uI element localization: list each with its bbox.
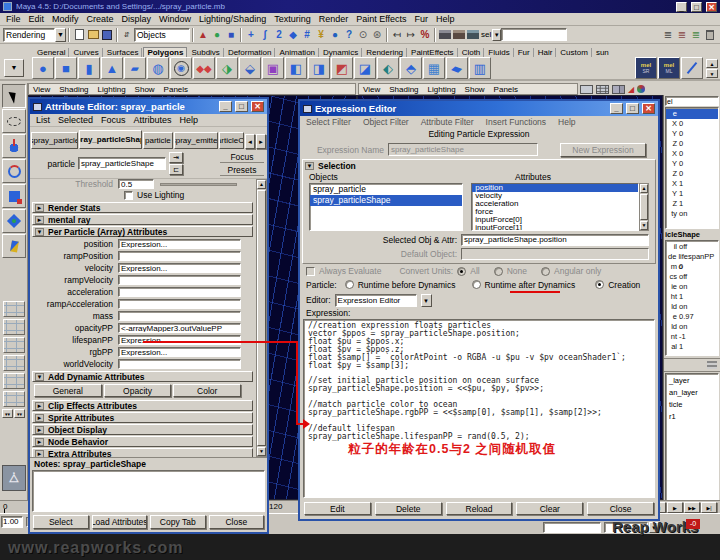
layer-item[interactable]: an_layer bbox=[666, 387, 718, 399]
attr-field-opacityPP[interactable]: <-arrayMapper3.outValuePP bbox=[118, 323, 241, 333]
edit-button[interactable]: Edit bbox=[304, 502, 371, 515]
shelf-item-bevel[interactable]: ⬙ bbox=[239, 57, 261, 79]
shelf-tab[interactable]: Hair bbox=[535, 48, 557, 57]
attr-field-lifespanPP[interactable]: Expression... bbox=[118, 335, 241, 345]
layout-shortcut-persp-relationship[interactable] bbox=[3, 391, 25, 407]
section-add-dynamic-attributes[interactable]: ▼Add Dynamic Attributes bbox=[32, 371, 253, 382]
attributes-list[interactable]: position velocity acceleration force inp… bbox=[471, 183, 639, 231]
attr-field-position[interactable]: Expression... bbox=[118, 239, 241, 249]
section-node-behavior[interactable]: ►Node Behavior bbox=[32, 436, 253, 447]
main-titlebar[interactable]: Maya 4.5: D:/Documents and Settings/.../… bbox=[0, 0, 720, 13]
load-attributes-button[interactable]: Load Attributes bbox=[92, 515, 148, 529]
new-expression-button[interactable]: New Expression bbox=[560, 143, 646, 157]
attribute-item[interactable]: acceleration bbox=[472, 200, 638, 208]
maximize-icon[interactable]: □ bbox=[691, 2, 702, 12]
convert-all-radio[interactable] bbox=[457, 267, 466, 276]
layout-shortcut-hypershade[interactable] bbox=[3, 373, 25, 389]
section-per-particle-attributes[interactable]: ▼Per Particle (Array) Attributes bbox=[32, 226, 253, 237]
shelf-item-cylinder[interactable]: ▮ bbox=[78, 57, 100, 79]
focus-button[interactable]: Focus bbox=[220, 151, 264, 163]
snap-grid-icon[interactable]: + bbox=[244, 27, 258, 42]
panel-menu-panels[interactable]: Panels bbox=[494, 85, 518, 94]
copy-tab-button[interactable]: Copy Tab bbox=[150, 515, 206, 529]
selection-mask-dropdown[interactable]: Objects bbox=[134, 28, 190, 42]
shelf-item-wedge[interactable]: ⬖ bbox=[377, 57, 399, 79]
menu-create[interactable]: Create bbox=[87, 14, 114, 24]
scroll-up-icon[interactable]: ▲ bbox=[257, 180, 266, 189]
shelf-scroll-up-icon[interactable]: ▲ bbox=[706, 59, 718, 68]
threshold-slider[interactable] bbox=[160, 183, 237, 186]
section-mental-ray[interactable]: ►mental ray bbox=[32, 214, 253, 225]
panel-menu-lighting[interactable]: Lighting bbox=[98, 85, 126, 94]
layout-prev-icon[interactable]: ▾▾ bbox=[2, 409, 13, 418]
shelf-item-mel-script-2[interactable]: melML bbox=[658, 57, 680, 79]
tab-particleCloud[interactable]: particleClo bbox=[219, 132, 245, 149]
menu-attribute-filter[interactable]: Attribute Filter bbox=[421, 117, 474, 127]
object-item[interactable]: spray_particle bbox=[310, 184, 462, 195]
convert-angular-radio[interactable] bbox=[541, 267, 550, 276]
open-scene-icon[interactable] bbox=[86, 27, 100, 42]
expression-textarea[interactable]: //creation expression floats particles v… bbox=[303, 319, 655, 498]
menu-lighting-shading[interactable]: Lighting/Shading bbox=[199, 14, 266, 24]
channel-row[interactable]: e0.97 bbox=[666, 312, 718, 322]
scrollbar-thumb[interactable] bbox=[640, 194, 648, 220]
clear-button[interactable]: Clear bbox=[516, 502, 583, 515]
menu-object-filter[interactable]: Object Filter bbox=[363, 117, 409, 127]
tab-scroll-right-icon[interactable]: ► bbox=[256, 134, 266, 149]
show-manipulator-tool[interactable] bbox=[2, 234, 26, 258]
close-icon[interactable]: ✕ bbox=[706, 2, 717, 12]
menu-fur[interactable]: Fur bbox=[415, 14, 429, 24]
section-render-stats[interactable]: ►Render Stats bbox=[32, 202, 253, 213]
shelf-item-split[interactable]: ◧ bbox=[285, 57, 307, 79]
shelf-tab[interactable]: Curves bbox=[70, 48, 102, 57]
trash-icon[interactable] bbox=[703, 27, 717, 42]
attr-field-mass[interactable] bbox=[118, 311, 241, 321]
move-tool[interactable] bbox=[2, 134, 26, 158]
channel-row[interactable]: Y0 bbox=[666, 159, 718, 169]
section-object-display[interactable]: ►Object Display bbox=[32, 424, 253, 435]
input-connections-icon[interactable]: ↤ bbox=[390, 27, 404, 42]
menu-attributes[interactable]: Attributes bbox=[134, 115, 172, 125]
editor-dropdown[interactable]: Expression Editor bbox=[335, 294, 417, 307]
quick-select-input[interactable] bbox=[501, 28, 567, 41]
minimize-icon[interactable]: _ bbox=[676, 2, 687, 12]
tab-particle[interactable]: particle bbox=[143, 132, 174, 149]
rotate-tool[interactable] bbox=[2, 159, 26, 183]
shelf-item-circled[interactable]: ◉ bbox=[170, 57, 192, 79]
selection-mask-arrow-icon[interactable]: ⇵ bbox=[120, 27, 134, 42]
shelf-tab[interactable]: Animation bbox=[276, 48, 319, 57]
node-name-field[interactable]: spray_particleShape bbox=[78, 157, 166, 170]
menu-set-dropdown[interactable]: Rendering bbox=[3, 28, 55, 42]
channel-row[interactable]: csoff bbox=[666, 272, 718, 282]
attr-field-acceleration[interactable] bbox=[118, 287, 241, 297]
panel-menu-shading[interactable]: Shading bbox=[59, 85, 88, 94]
shelf-tab[interactable]: Dynamics bbox=[320, 48, 362, 57]
menu-modify[interactable]: Modify bbox=[52, 14, 79, 24]
pin-node-icon[interactable]: ⇥ bbox=[169, 152, 183, 163]
menu-selected[interactable]: Selected bbox=[58, 115, 93, 125]
expand-icon[interactable]: ► bbox=[35, 426, 44, 434]
attribute-editor-titlebar[interactable]: Attribute Editor: spray_particle _ □ ✕ bbox=[30, 99, 267, 114]
shelf-item-cut[interactable]: ◩ bbox=[331, 57, 353, 79]
expand-icon[interactable]: ► bbox=[35, 402, 44, 410]
shelf-item-sphere[interactable]: ● bbox=[32, 57, 54, 79]
scroll-up-icon[interactable]: ▲ bbox=[640, 184, 648, 193]
expand-icon[interactable]: ► bbox=[35, 438, 44, 446]
shelf-tab-active[interactable]: Polygons bbox=[143, 47, 187, 57]
expand-icon[interactable]: ► bbox=[35, 204, 44, 212]
use-lighting-checkbox[interactable] bbox=[124, 191, 133, 200]
scroll-down-icon[interactable]: ▼ bbox=[257, 447, 266, 456]
new-scene-icon[interactable] bbox=[72, 27, 86, 42]
shelf-tab[interactable]: Fluids bbox=[485, 48, 513, 57]
shelf-tab[interactable]: Cloth bbox=[459, 48, 485, 57]
panel-menu-show[interactable]: Show bbox=[135, 85, 155, 94]
menu-insert-functions[interactable]: Insert Functions bbox=[486, 117, 546, 127]
always-evaluate-checkbox[interactable] bbox=[306, 267, 315, 276]
shelf-item-poke[interactable]: ◪ bbox=[354, 57, 376, 79]
menu-file[interactable]: File bbox=[6, 14, 21, 24]
layer-item[interactable]: _layer bbox=[666, 375, 718, 387]
shelf-item-torus[interactable]: ◍ bbox=[147, 57, 169, 79]
panel-menu-view[interactable]: View bbox=[363, 85, 380, 94]
expand-icon[interactable]: ► bbox=[35, 450, 44, 458]
shelf-tab[interactable]: Rendering bbox=[363, 48, 407, 57]
